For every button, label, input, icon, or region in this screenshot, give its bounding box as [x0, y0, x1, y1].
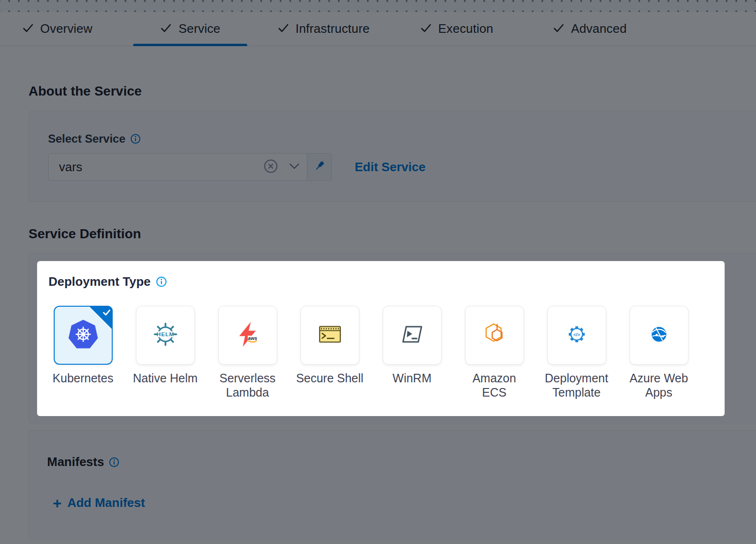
manifests-card: Manifests + Add Manifest [29, 430, 756, 539]
service-select-input[interactable] [48, 160, 234, 175]
tab-service-label: Service [178, 21, 220, 36]
plus-icon: + [53, 496, 62, 510]
clear-icon[interactable] [263, 159, 278, 175]
deployment-type-label-text: Native Helm [133, 371, 197, 385]
deployment-type-label-text: Secure Shell [296, 371, 364, 385]
deployment-type-card[interactable] [383, 306, 442, 365]
wizard-tab-bar: Overview Service Infrastructure Executio… [0, 12, 756, 46]
add-manifest-button[interactable]: + Add Manifest [53, 495, 145, 510]
deployment-type-card[interactable] [630, 306, 688, 365]
tab-advanced[interactable]: Advanced [533, 12, 647, 46]
check-icon [552, 22, 565, 36]
deployment-type-label-text: Amazon ECS [473, 371, 516, 399]
info-icon[interactable] [130, 134, 141, 144]
pipeline-canvas-dotted-background [0, 0, 756, 12]
serverless-lambda-icon: aws [233, 320, 262, 350]
select-service-input-group [48, 153, 332, 181]
about-service-heading: About the Service [29, 84, 142, 99]
tab-execution-label: Execution [438, 21, 494, 36]
pin-icon [312, 159, 327, 175]
deployment-type-card[interactable]: </> [547, 306, 606, 365]
tab-advanced-label: Advanced [571, 21, 627, 36]
check-icon [420, 22, 432, 36]
selected-badge [89, 306, 113, 330]
deployment-type-native-helm[interactable]: HELM Native Helm [124, 306, 206, 399]
deployment-type-label-text: Kubernetes [53, 371, 114, 385]
deployment-template-icon: </> [563, 321, 591, 350]
deployment-type-section: Deployment Type [37, 261, 725, 416]
svg-text:HELM: HELM [156, 331, 174, 337]
service-definition-heading: Service Definition [29, 226, 141, 242]
edit-service-link[interactable]: Edit Service [355, 160, 426, 175]
info-icon[interactable] [109, 457, 119, 467]
deployment-type-deployment-template[interactable]: </> Deployment Template [535, 306, 618, 399]
deployment-type-label: Deployment Type [48, 274, 151, 289]
azure-web-apps-icon [647, 322, 671, 349]
info-icon[interactable] [156, 276, 167, 287]
deployment-type-amazon-ecs[interactable]: Amazon ECS [453, 306, 535, 399]
select-service-label: Select Service [48, 132, 126, 146]
deployment-type-card-selected[interactable] [54, 306, 113, 365]
deployment-type-card[interactable]: aws [218, 306, 277, 365]
deployment-type-label-text: Deployment Template [545, 371, 608, 399]
helm-icon: HELM [151, 320, 180, 351]
deployment-type-label-text: Serverless Lambda [219, 371, 275, 399]
service-select-field[interactable] [48, 153, 307, 181]
add-manifest-label: Add Manifest [68, 495, 145, 510]
deployment-type-card[interactable] [465, 306, 524, 365]
deployment-type-label-row: Deployment Type [48, 274, 167, 289]
deployment-type-label-text: Azure Web Apps [630, 371, 688, 399]
service-config-page: Overview Service Infrastructure Executio… [0, 0, 756, 544]
pin-service-button[interactable] [307, 153, 332, 181]
svg-text:</>: </> [573, 332, 580, 337]
tab-service[interactable]: Service [133, 12, 247, 46]
about-service-card: Select Service [29, 111, 756, 202]
winrm-icon [399, 321, 425, 349]
select-service-label-row: Select Service [48, 132, 141, 146]
deployment-type-secure-shell[interactable]: Secure Shell [289, 306, 371, 399]
tab-infrastructure-label: Infrastructure [296, 21, 370, 36]
check-icon [160, 22, 172, 36]
deployment-type-card[interactable] [300, 306, 359, 365]
deployment-type-label-text: WinRM [393, 371, 432, 385]
deployment-type-serverless-lambda[interactable]: aws Serverless Lambda [206, 306, 289, 399]
tab-overview-label: Overview [40, 21, 93, 36]
check-icon [277, 22, 290, 36]
manifests-label: Manifests [47, 455, 104, 469]
amazon-ecs-icon [481, 321, 508, 350]
tab-execution[interactable]: Execution [399, 12, 514, 46]
chevron-down-icon[interactable] [289, 163, 300, 172]
tab-infrastructure[interactable]: Infrastructure [266, 12, 380, 46]
active-tab-underline [133, 44, 247, 46]
deployment-type-cards: Kubernetes [42, 306, 700, 399]
deployment-type-kubernetes[interactable]: Kubernetes [42, 306, 124, 399]
deployment-type-azure-web-apps[interactable]: Azure Web Apps [618, 306, 700, 399]
svg-text:aws: aws [248, 336, 257, 341]
check-icon [22, 22, 34, 36]
tab-overview[interactable]: Overview [0, 12, 114, 46]
manifests-label-row: Manifests [47, 455, 119, 469]
deployment-type-winrm[interactable]: WinRM [371, 306, 453, 399]
secure-shell-icon [316, 321, 344, 350]
deployment-type-card[interactable]: HELM [136, 306, 195, 365]
